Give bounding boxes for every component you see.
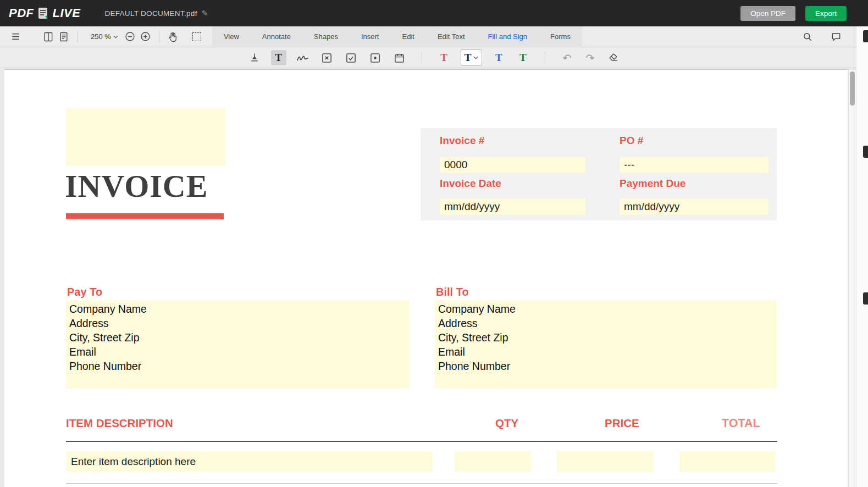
add-text-tool-button[interactable]: T: [271, 50, 286, 65]
pay-to-line: City, Street Zip: [69, 330, 406, 345]
invoice-title-underline: [66, 213, 224, 219]
bill-to-field[interactable]: Company Name Address City, Street Zip Em…: [435, 300, 777, 389]
topbar: PDF LIVE DEFAULT DOCUMENT.pdf ✎ Open PDF…: [0, 0, 868, 26]
item-description-field[interactable]: Enter item description here: [67, 451, 433, 472]
open-pdf-button[interactable]: Open PDF: [740, 6, 795, 21]
page-view-button[interactable]: [41, 29, 56, 45]
bill-to-line: Email: [438, 345, 773, 359]
pay-to-line: Phone Number: [69, 359, 406, 373]
side-panel-handle-bottom[interactable]: [863, 292, 868, 305]
pay-to-line: Company Name: [69, 302, 406, 316]
bill-to-line: City, Street Zip: [438, 330, 773, 345]
po-number-label: PO #: [620, 135, 643, 147]
pay-to-line: Address: [69, 316, 406, 330]
signature-stamp-icon: [249, 52, 260, 63]
invoice-logo-placeholder-field[interactable]: [66, 108, 225, 165]
page-view-icon: [43, 31, 54, 42]
vertical-scrollbar[interactable]: [848, 70, 856, 487]
comments-button[interactable]: [828, 29, 844, 45]
cross-mark-tool-button[interactable]: [319, 50, 335, 65]
text-color-green-button[interactable]: T: [515, 50, 530, 65]
invoice-date-label: Invoice Date: [440, 178, 501, 190]
hamburger-icon: [10, 31, 21, 42]
tab-forms[interactable]: Forms: [539, 26, 582, 47]
side-panel-handle-middle[interactable]: [863, 146, 868, 158]
toolbar-right-icons: [800, 29, 860, 45]
document-title-bar: DEFAULT DOCUMENT.pdf ✎: [104, 9, 208, 18]
payment-due-field[interactable]: mm/dd/yyyy: [620, 198, 769, 215]
undo-button[interactable]: ↶: [560, 52, 574, 64]
invoice-date-field[interactable]: mm/dd/yyyy: [440, 198, 585, 215]
tab-view[interactable]: View: [212, 26, 251, 47]
item-price-field[interactable]: [557, 451, 653, 472]
bill-to-label: Bill To: [436, 286, 469, 298]
tab-insert[interactable]: Insert: [350, 26, 391, 47]
po-number-field[interactable]: ---: [620, 157, 769, 173]
check-box-icon: [346, 53, 356, 63]
topbar-actions: Open PDF Export: [740, 6, 868, 21]
pay-to-label: Pay To: [67, 286, 102, 298]
column-header-price: PRICE: [605, 417, 639, 430]
bill-to-line: Address: [438, 316, 773, 330]
menu-button[interactable]: [8, 29, 23, 45]
pdf-live-logo: PDF LIVE: [9, 6, 80, 20]
marquee-select-icon: [192, 32, 201, 41]
tab-edit-text[interactable]: Edit Text: [426, 26, 477, 47]
check-mark-tool-button[interactable]: [344, 50, 359, 65]
page-scroll-button[interactable]: [56, 29, 71, 45]
document-title[interactable]: DEFAULT DOCUMENT.pdf: [104, 9, 197, 18]
main-toolbar: 250 % View Annotate Shapes Insert Edit E…: [0, 26, 868, 47]
zoom-in-icon: [140, 31, 151, 42]
tab-edit[interactable]: Edit: [390, 26, 425, 47]
fill-sign-toolbar: T T T T T ↶ ↷: [0, 48, 868, 68]
rename-pencil-icon[interactable]: ✎: [202, 9, 208, 18]
pay-to-line: Email: [69, 345, 406, 359]
invoice-number-label: Invoice #: [440, 135, 484, 147]
zoom-out-button[interactable]: [123, 29, 138, 45]
text-color-red-button[interactable]: T: [436, 50, 452, 65]
invoice-number-field[interactable]: 0000: [440, 157, 585, 173]
page-scroll-icon: [58, 31, 69, 42]
side-panel-handle-top[interactable]: [863, 30, 868, 42]
vertical-scrollbar-thumb[interactable]: [850, 71, 855, 106]
eraser-icon: [608, 52, 619, 63]
pdf-live-app: PDF LIVE DEFAULT DOCUMENT.pdf ✎ Open PDF…: [0, 0, 868, 487]
table-header-divider: [66, 441, 777, 442]
tab-annotate[interactable]: Annotate: [251, 26, 302, 47]
logo-text-pdf: PDF: [9, 6, 34, 20]
redo-button[interactable]: ↷: [583, 52, 597, 64]
zoom-level-value: 250 %: [91, 32, 111, 41]
zoom-out-icon: [124, 31, 136, 42]
signature-stamp-button[interactable]: [247, 50, 262, 65]
right-panel-strip: [856, 26, 868, 487]
tab-fill-and-sign[interactable]: Fill and Sign: [477, 26, 539, 47]
dot-mark-tool-button[interactable]: [368, 50, 383, 65]
table-row-divider: [66, 483, 777, 484]
text-color-current: T: [465, 52, 472, 64]
pan-tool-button[interactable]: [165, 29, 180, 45]
export-button[interactable]: Export: [805, 6, 847, 21]
hand-icon: [167, 31, 178, 42]
signature-draw-button[interactable]: [295, 50, 311, 65]
logo-text-live: LIVE: [53, 6, 81, 20]
search-button[interactable]: [800, 29, 815, 45]
zoom-level-dropdown[interactable]: 250 %: [91, 32, 118, 41]
column-header-total: TOTAL: [722, 417, 760, 430]
marquee-select-button[interactable]: [189, 29, 204, 45]
chevron-down-icon: [473, 56, 478, 59]
item-total-field[interactable]: [679, 451, 775, 472]
zoom-in-button[interactable]: [138, 29, 153, 45]
column-header-qty: QTY: [495, 417, 518, 430]
invoice-title: INVOICE: [65, 170, 208, 202]
text-color-picker-button[interactable]: T: [461, 49, 483, 66]
tab-shapes[interactable]: Shapes: [302, 26, 350, 47]
eraser-button[interactable]: [606, 50, 621, 65]
text-color-blue-button[interactable]: T: [491, 50, 506, 65]
item-qty-field[interactable]: [455, 451, 531, 472]
pay-to-field[interactable]: Company Name Address City, Street Zip Em…: [66, 300, 409, 389]
x-box-icon: [322, 53, 332, 63]
calendar-icon: [394, 53, 405, 63]
date-tool-button[interactable]: [392, 50, 407, 65]
pdf-page-canvas[interactable]: INVOICE Invoice # 0000 Invoice Date mm/d…: [4, 69, 848, 487]
mode-tabs: View Annotate Shapes Insert Edit Edit Te…: [212, 26, 582, 47]
